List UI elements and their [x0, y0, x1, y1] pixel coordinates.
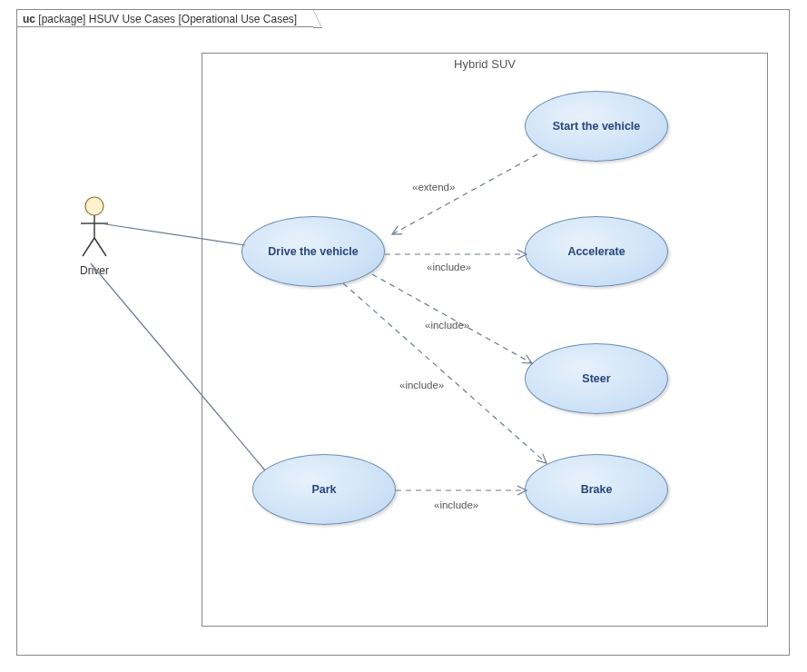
svg-line-4	[94, 238, 106, 256]
usecase-start-the-vehicle[interactable]: Start the vehicle	[525, 91, 668, 162]
label-include-drive-accelerate: «include»	[427, 262, 471, 272]
actor-label: Driver	[67, 264, 122, 277]
usecase-label: Start the vehicle	[553, 120, 641, 133]
diagram-kind: [package]	[38, 13, 85, 25]
diagram-name: HSUV Use Cases	[89, 13, 175, 25]
usecase-drive-the-vehicle[interactable]: Drive the vehicle	[241, 216, 385, 287]
label-include-drive-steer: «include»	[425, 320, 469, 331]
diagram-qualifier: [Operational Use Cases]	[178, 13, 297, 25]
subject-title: Hybrid SUV	[202, 57, 767, 71]
usecase-label: Drive the vehicle	[268, 245, 358, 258]
usecase-accelerate[interactable]: Accelerate	[525, 216, 668, 287]
usecase-label: Park	[311, 483, 336, 496]
diagram-prefix: uc	[23, 13, 35, 25]
actor-driver[interactable]: Driver	[67, 196, 122, 277]
usecase-brake[interactable]: Brake	[525, 454, 668, 525]
subject-boundary: Hybrid SUV	[202, 53, 768, 627]
usecase-label: Brake	[581, 483, 613, 496]
label-include-drive-brake: «include»	[399, 380, 444, 390]
label-include-park-brake: «include»	[434, 499, 478, 510]
svg-point-0	[85, 197, 103, 215]
actor-icon	[78, 196, 111, 260]
usecase-park[interactable]: Park	[252, 454, 396, 525]
label-extend-start-drive: «extend»	[412, 182, 455, 193]
usecase-steer[interactable]: Steer	[525, 343, 668, 414]
svg-line-3	[83, 238, 94, 256]
usecase-label: Accelerate	[567, 245, 625, 258]
diagram-frame-tab: uc [package] HSUV Use Cases [Operational…	[16, 9, 313, 27]
usecase-label: Steer	[582, 372, 610, 385]
